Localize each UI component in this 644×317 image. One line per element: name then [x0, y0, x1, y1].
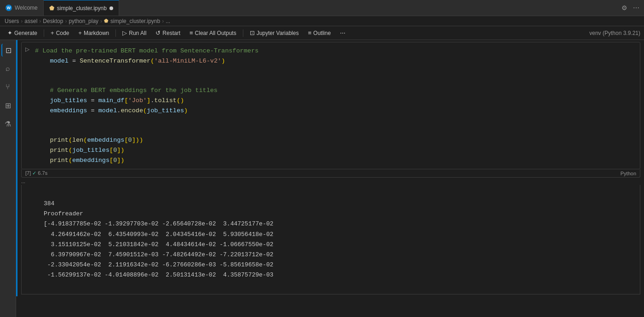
output-line-2: Proofreader — [44, 210, 83, 217]
cell-run-button[interactable]: ▷ — [22, 42, 33, 54]
generate-button[interactable]: ✦ Generate — [4, 29, 41, 37]
output-line-3: [-4.91837785e-02 -1.39297703e-02 -2.6564… — [44, 220, 273, 227]
cell-number: [7] ✓ 6.7s — [25, 170, 47, 176]
more-options-icon: ⋯ — [340, 30, 345, 36]
notebook-icon: ⬟ — [49, 5, 54, 12]
welcome-icon: W — [6, 5, 12, 11]
restart-icon: ↺ — [155, 29, 161, 36]
search-icon[interactable]: ⌕ — [1, 62, 14, 75]
activity-bar: ⊡ ⌕ ⑂ ⊞ ⚗ — [0, 40, 16, 317]
markdown-label: Markdown — [84, 30, 109, 36]
code-label: Code — [56, 30, 69, 36]
restart-button[interactable]: ↺ Restart — [152, 29, 184, 37]
settings-icon[interactable]: ⚙ — [621, 4, 627, 12]
generate-icon: ✦ — [7, 29, 12, 36]
breadcrumb-file[interactable]: simple_cluster.ipynb — [110, 18, 160, 24]
jupyter-variables-button[interactable]: ⊡ Jupyter Variables — [246, 29, 303, 37]
clear-outputs-label: Clear All Outputs — [195, 30, 236, 36]
cell-language: Python — [621, 171, 636, 176]
run-all-icon: ▷ — [122, 29, 127, 36]
output-line-4: 4.26491462e-02 6.43540993e-02 2.04345416… — [44, 231, 273, 238]
toolbar: ✦ Generate + Code + Markdown ▷ Run All ↺… — [0, 26, 644, 40]
breadcrumb-assel[interactable]: assel — [24, 18, 37, 24]
clear-outputs-button[interactable]: ≡ Clear All Outputs — [186, 29, 240, 37]
clear-outputs-icon: ≡ — [190, 29, 193, 36]
testing-icon[interactable]: ⚗ — [1, 117, 14, 130]
run-all-button[interactable]: ▷ Run All — [119, 29, 150, 37]
breadcrumb-more[interactable]: ... — [166, 18, 170, 24]
jupyter-variables-label: Jupyter Variables — [257, 30, 299, 36]
code-cell: ▷ # Load the pre-trained BERT model from… — [16, 40, 644, 296]
cell-output: 384 Proofreader [-4.91837785e-02 -1.3929… — [21, 185, 640, 294]
outline-icon: ≡ — [308, 29, 311, 36]
breadcrumb-users[interactable]: Users — [5, 18, 19, 24]
toolbar-separator-3 — [243, 29, 243, 37]
code-plus-icon: + — [51, 29, 54, 36]
toolbar-separator-2 — [115, 29, 116, 37]
output-line-5: 3.15110125e-02 5.21031842e-02 4.48434614… — [44, 241, 273, 248]
cell-code[interactable]: # Load the pre-trained BERT model from S… — [33, 42, 640, 169]
code-button[interactable]: + Code — [47, 29, 73, 37]
outline-button[interactable]: ≡ Outline — [304, 29, 334, 37]
source-control-icon[interactable]: ⑂ — [1, 81, 14, 93]
breadcrumb: Users › assel › Desktop › python_play › … — [0, 16, 644, 26]
breadcrumb-python-play[interactable]: python_play — [69, 18, 98, 24]
output-line-8: -1.56299137e-02 -4.01408896e-02 2.501314… — [44, 271, 273, 278]
jupyter-variables-icon: ⊡ — [250, 29, 255, 36]
run-all-label: Run All — [129, 30, 146, 36]
output-collapse[interactable]: ... — [17, 178, 644, 185]
breadcrumb-desktop[interactable]: Desktop — [43, 18, 63, 24]
main-area: ⊡ ⌕ ⑂ ⊞ ⚗ ▷ # Load the pre-trained BERT … — [0, 40, 644, 317]
tab-notebook[interactable]: ⬟ simple_cluster.ipynb — [44, 0, 119, 16]
env-info[interactable]: venv (Python 3.9.21) — [589, 30, 640, 36]
title-bar: W Welcome ⬟ simple_cluster.ipynb ⚙ ⋯ — [0, 0, 644, 16]
extensions-icon[interactable]: ⊞ — [1, 99, 14, 112]
output-line-7: -2.33042054e-02 2.11916342e-02 -6.276602… — [44, 261, 273, 268]
output-line-6: 6.39790967e-02 7.45901512e-03 -7.4826449… — [44, 251, 273, 258]
env-label: venv (Python 3.9.21) — [589, 30, 640, 36]
outline-label: Outline — [313, 30, 331, 36]
more-icon[interactable]: ⋯ — [633, 4, 639, 12]
cell-input[interactable]: ▷ # Load the pre-trained BERT model from… — [21, 42, 640, 169]
tab-notebook-label: simple_cluster.ipynb — [57, 5, 107, 12]
more-options-button[interactable]: ⋯ — [336, 29, 349, 37]
output-line-1: 384 — [44, 200, 54, 207]
explorer-icon[interactable]: ⊡ — [1, 44, 14, 57]
markdown-button[interactable]: + Markdown — [75, 29, 113, 37]
editor-area: ▷ # Load the pre-trained BERT model from… — [16, 40, 644, 317]
file-icon: ⬟ — [104, 18, 109, 24]
tab-welcome-label: Welcome — [15, 5, 38, 11]
tab-welcome[interactable]: W Welcome — [0, 0, 44, 16]
generate-label: Generate — [14, 30, 37, 36]
title-bar-actions: ⚙ ⋯ — [617, 4, 644, 12]
tab-modified-dot — [109, 6, 113, 10]
markdown-plus-icon: + — [78, 29, 82, 36]
restart-label: Restart — [162, 30, 180, 36]
cell-status: [7] ✓ 6.7s Python — [21, 169, 640, 178]
collapse-icon: ... — [21, 179, 25, 184]
toolbar-separator-1 — [44, 29, 44, 37]
